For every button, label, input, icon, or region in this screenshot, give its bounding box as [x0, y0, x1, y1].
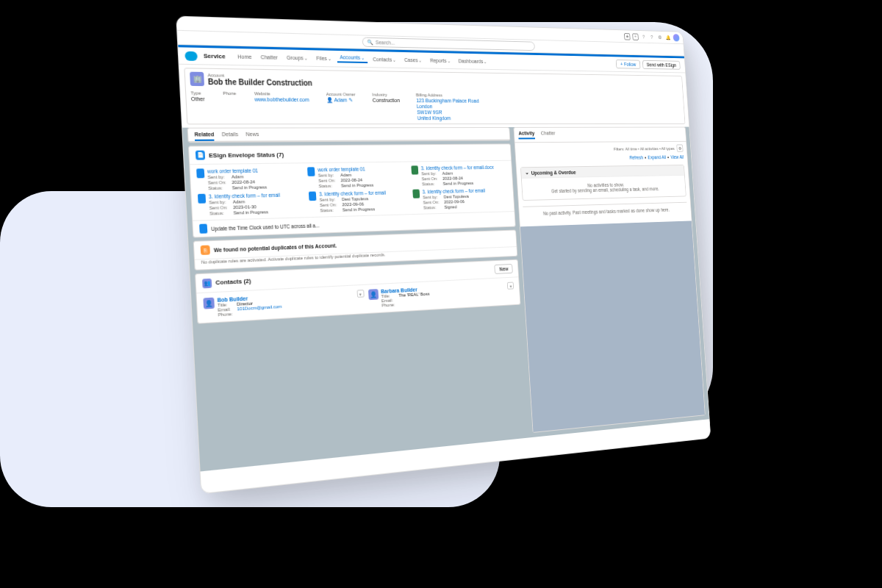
gear-icon[interactable]: ⚙	[657, 34, 663, 40]
document-icon	[199, 224, 207, 234]
contacts-title[interactable]: Contacts (2)	[215, 277, 251, 286]
tab-details[interactable]: Details	[222, 132, 239, 141]
record-header: 🏢 Account Bob the Builder Construction T…	[184, 68, 685, 124]
document-icon	[198, 194, 206, 204]
nav-dashboards[interactable]: Dashboards⌄	[456, 58, 490, 64]
field-phone: Phone	[223, 91, 237, 121]
envelope-item[interactable]: 3. Identity check form – for email Sent …	[412, 187, 509, 210]
envelope-item[interactable]: work order template 01 Sent by:Adam Sent…	[196, 167, 306, 190]
nav-groups[interactable]: Groups⌄	[284, 55, 311, 61]
record-title: Bob the Builder Construction	[208, 77, 312, 87]
duplicates-title: We found no potential duplicates of this…	[214, 243, 337, 253]
past-activity-text: No past activity. Past meetings and task…	[523, 202, 688, 221]
app-name: Service	[204, 52, 226, 60]
field-website: Websitewww.bobthebuilder.com	[254, 91, 311, 121]
envelope-item[interactable]: 3. Identity check form – for email.docx …	[412, 165, 508, 187]
send-esign-button[interactable]: Send with ESign	[642, 60, 681, 70]
envelope-item[interactable]: work order template 01 Sent by:Adam Sent…	[307, 166, 409, 189]
contacts-icon: 👥	[202, 278, 212, 288]
nav-accounts[interactable]: Accounts⌄	[337, 54, 368, 63]
contact-menu-button[interactable]: ▾	[356, 290, 364, 298]
envelope-title: work order template 01	[207, 168, 266, 174]
contact-icon: 👤	[368, 289, 379, 300]
expand-all-link[interactable]: Expand All	[648, 155, 666, 160]
field-billing: Billing Address 123 Buckingham Palace Ro…	[416, 93, 481, 121]
nav-contacts[interactable]: Contacts⌄	[370, 57, 399, 62]
contacts-section: 👥 Contacts (2) New 👤 Bob Builder Title:D…	[195, 259, 521, 324]
field-industry: IndustryConstruction	[372, 93, 401, 121]
refresh-link[interactable]: Refresh	[629, 155, 643, 160]
activity-gear-icon[interactable]: ⚙	[676, 144, 683, 151]
nav-chatter[interactable]: Chatter	[257, 54, 281, 60]
document-icon	[412, 165, 419, 174]
salesforce-app: ★ + ? ? ⚙ 🔔 🔍 Search... Service Home Cha…	[176, 15, 711, 494]
salesforce-logo-icon[interactable]	[184, 51, 198, 60]
esign-section: 📄 ESign Envelope Status (7) work order t…	[188, 143, 516, 237]
nav-files[interactable]: Files⌄	[313, 55, 334, 61]
account-icon: 🏢	[190, 72, 204, 86]
nav-reports[interactable]: Reports⌄	[427, 58, 453, 64]
document-icon	[196, 168, 204, 178]
envelope-item[interactable]: 3. Identity check form – for email Sent …	[198, 192, 307, 216]
upcoming-section: ⌄Upcoming & Overdue No activities to sho…	[520, 165, 686, 201]
chevron-down-icon: ⌄	[526, 170, 530, 176]
esign-title[interactable]: ESign Envelope Status (7)	[209, 151, 284, 159]
document-icon	[412, 190, 420, 198]
envelope-title: work order template 01	[318, 166, 373, 172]
contact-card: 👤 Bob Builder Title:Director Email:101Do…	[203, 290, 365, 318]
global-add-icon[interactable]: +	[632, 33, 639, 40]
duplicate-icon: ⎘	[201, 245, 210, 255]
follow-button[interactable]: + Follow	[616, 60, 640, 69]
new-contact-button[interactable]: New	[495, 264, 514, 274]
search-icon: 🔍	[367, 39, 373, 45]
tab-related[interactable]: Related	[194, 132, 214, 141]
user-avatar[interactable]	[673, 34, 679, 41]
nav-cases[interactable]: Cases⌄	[401, 57, 425, 63]
contact-card: 👤 Barbara Builder Title:The 'REAL' Boss …	[368, 282, 515, 309]
activity-empty-area	[520, 220, 705, 431]
esign-icon: 📄	[196, 151, 205, 160]
document-icon	[307, 167, 315, 176]
favorites-icon[interactable]: ★	[624, 33, 631, 40]
activity-card: Activity Chatter Filters: All time • All…	[514, 127, 706, 433]
search-input[interactable]: 🔍 Search...	[362, 37, 535, 51]
bell-icon[interactable]: 🔔	[665, 34, 671, 40]
search-placeholder: Search...	[376, 40, 395, 46]
field-type: TypeOther	[190, 90, 206, 121]
tab-activity[interactable]: Activity	[518, 131, 535, 140]
nav-home[interactable]: Home	[234, 54, 255, 60]
field-owner: Account Owner👤 Adam ✎	[326, 92, 357, 121]
left-tabs-card: Related Details News	[187, 127, 511, 143]
document-icon	[309, 191, 317, 201]
contact-menu-button[interactable]: ▾	[507, 282, 514, 290]
help-icon[interactable]: ?	[640, 33, 647, 40]
view-all-link[interactable]: View All	[670, 154, 684, 159]
contact-icon: 👤	[203, 298, 215, 309]
envelope-item[interactable]: 3. Identity check form – for email Sent …	[309, 190, 411, 213]
tab-chatter[interactable]: Chatter	[541, 131, 556, 140]
setup-help-icon[interactable]: ?	[649, 34, 656, 40]
tab-news[interactable]: News	[245, 132, 259, 141]
